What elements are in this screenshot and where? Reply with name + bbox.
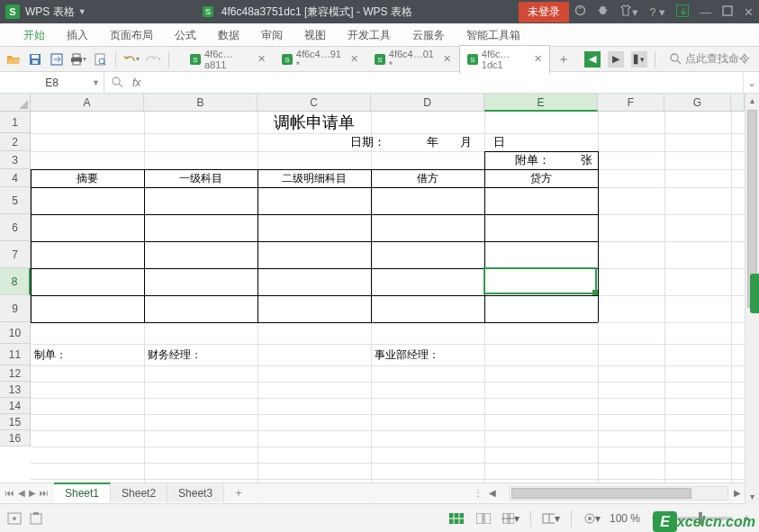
menu-tab-review[interactable]: 审阅 [250, 23, 294, 47]
cells-area[interactable]: 调帐申请单日期：年月日附单：张摘要一级科目二级明细科目借方贷方制单：财务经理：事… [31, 112, 745, 504]
close-button[interactable]: ✕ [744, 5, 754, 19]
row-header[interactable]: 13 [0, 382, 31, 398]
menu-tab-view[interactable]: 视图 [294, 23, 337, 47]
row-header[interactable]: 4 [0, 169, 31, 187]
document-tab[interactable]: S 4f6c4…91 * ✕ [274, 45, 366, 74]
row-header[interactable]: 1 [0, 112, 31, 133]
add-sheet-button[interactable]: ＋ [224, 485, 253, 500]
title-cell[interactable]: 调帐申请单 [31, 112, 598, 133]
column-header[interactable]: A [31, 94, 144, 112]
menu-tab-data[interactable]: 数据 [207, 23, 250, 47]
document-tab[interactable]: S 4f6c…a811 ✕ [182, 45, 274, 74]
row-header[interactable]: 2 [0, 133, 31, 151]
row-header[interactable]: 15 [0, 414, 31, 430]
zoom-value[interactable]: 100 % [610, 512, 640, 525]
dept-mgr-cell[interactable]: 事业部经理： [371, 344, 484, 365]
sheet-tab[interactable]: Sheet2 [111, 484, 167, 502]
row-header[interactable]: 8 [0, 268, 31, 295]
spreadsheet-grid[interactable]: ABCDEFG 12345678910111213141516 调帐申请单日期：… [0, 94, 759, 504]
skin-icon[interactable]: ▾ [619, 5, 638, 19]
command-search[interactable]: 点此查找命令 [670, 51, 754, 67]
select-all-corner[interactable] [0, 94, 31, 112]
table-header[interactable]: 一级科目 [144, 169, 258, 187]
table-header[interactable]: 二级明细科目 [258, 169, 371, 187]
name-box-dropdown-icon[interactable]: ▼ [92, 78, 100, 87]
row-header[interactable]: 10 [0, 322, 31, 344]
column-header[interactable]: G [664, 94, 731, 112]
tab-close-icon[interactable]: ✕ [534, 53, 542, 65]
download-icon[interactable] [676, 5, 689, 20]
hscroll-thumb[interactable] [511, 488, 691, 499]
new-tab-button[interactable]: ＋ [550, 51, 577, 68]
row-header[interactable]: 6 [0, 214, 31, 241]
sheet-tab[interactable]: Sheet3 [167, 484, 224, 502]
minimize-button[interactable]: — [700, 5, 711, 19]
date-row[interactable]: 日期：年月日 [258, 133, 598, 151]
row-header[interactable]: 3 [0, 151, 31, 169]
scroll-up-icon[interactable]: ▴ [745, 94, 759, 108]
menu-tab-start[interactable]: 开始 [13, 23, 56, 47]
row-header[interactable]: 11 [0, 344, 31, 365]
selected-cell[interactable] [483, 267, 597, 294]
table-header[interactable]: 借方 [371, 169, 484, 187]
scroll-down-icon[interactable]: ▾ [745, 490, 759, 504]
row-header[interactable]: 16 [0, 430, 31, 446]
row-header[interactable]: 9 [0, 295, 31, 322]
menu-tab-insert[interactable]: 插入 [56, 23, 99, 47]
clipboard-icon[interactable] [29, 512, 43, 525]
open-icon[interactable] [5, 51, 22, 68]
menu-tab-cloud[interactable]: 云服务 [402, 23, 456, 47]
menu-tab-devtools[interactable]: 开发工具 [337, 23, 402, 47]
preview-icon[interactable] [92, 51, 108, 68]
column-header[interactable]: D [371, 94, 484, 112]
reading-mode-icon[interactable]: ▾ [542, 511, 560, 526]
undo-icon[interactable]: ▾ [123, 51, 140, 68]
column-header[interactable]: E [484, 94, 598, 112]
side-panel-tab[interactable] [750, 274, 759, 313]
find-icon[interactable] [112, 77, 123, 88]
sheet-prev-icon[interactable]: ◀ [18, 488, 25, 498]
name-box[interactable]: E8 ▼ [0, 73, 104, 93]
fill-handle[interactable] [592, 290, 598, 295]
save-icon[interactable] [27, 51, 43, 68]
sheet-first-icon[interactable]: ⏮ [5, 488, 14, 498]
app-menu-dropdown-icon[interactable]: ▼ [78, 7, 86, 16]
column-header[interactable]: B [144, 94, 258, 112]
normal-view-icon[interactable] [447, 511, 465, 526]
print-icon[interactable]: ▾ [70, 51, 86, 68]
eye-protect-icon[interactable]: ▾ [583, 511, 601, 526]
settings-icon[interactable] [597, 5, 609, 19]
tab-nav-right[interactable]: ▶ [608, 51, 624, 68]
column-header[interactable]: C [258, 94, 371, 112]
tab-close-icon[interactable]: ✕ [258, 53, 266, 65]
row-header[interactable]: 14 [0, 398, 31, 414]
tab-list-button[interactable]: ▋▾ [631, 51, 647, 68]
row-header[interactable]: 12 [0, 365, 31, 382]
tab-close-icon[interactable]: ✕ [350, 53, 358, 65]
column-header[interactable]: F [598, 94, 664, 112]
hscroll-left-icon[interactable]: ◀ [485, 488, 500, 498]
fx-label[interactable]: fx [132, 77, 140, 89]
table-header[interactable]: 摘要 [31, 169, 144, 187]
sheet-tab[interactable]: Sheet1 [54, 482, 111, 503]
document-tab[interactable]: S 4f6c4…01 * ✕ [366, 45, 459, 74]
page-break-view-icon[interactable]: ▾ [501, 511, 520, 526]
record-macro-icon[interactable] [7, 512, 22, 525]
hscroll-right-icon[interactable]: ▶ [730, 488, 745, 498]
menu-tab-layout[interactable]: 页面布局 [99, 23, 164, 47]
formula-expand-icon[interactable]: ⌄ [743, 73, 759, 93]
document-tab[interactable]: S 4f6c…1dc1 ✕ [459, 45, 550, 74]
menu-tab-formula[interactable]: 公式 [164, 23, 207, 47]
row-header[interactable]: 7 [0, 241, 31, 268]
page-layout-view-icon[interactable] [474, 511, 492, 526]
help-icon[interactable]: ? ▾ [649, 5, 665, 19]
maximize-button[interactable] [722, 5, 733, 19]
export-icon[interactable] [49, 51, 65, 68]
finance-mgr-cell[interactable]: 财务经理： [144, 344, 258, 365]
maker-cell[interactable]: 制单： [31, 344, 144, 365]
sheet-last-icon[interactable]: ⏭ [40, 488, 49, 498]
redo-icon[interactable]: ▾ [145, 51, 161, 68]
horizontal-scrollbar[interactable] [509, 486, 728, 500]
sheet-next-icon[interactable]: ▶ [29, 488, 36, 498]
menu-tab-smarttools[interactable]: 智能工具箱 [456, 23, 531, 47]
